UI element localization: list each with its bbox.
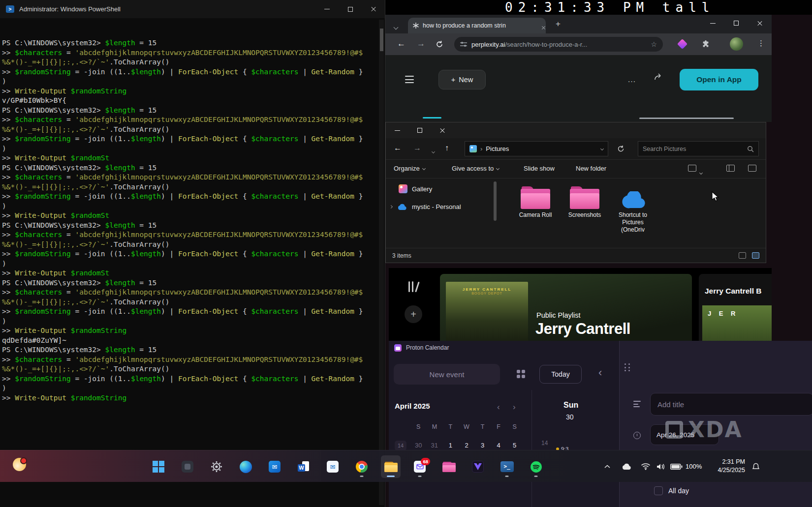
refresh-icon[interactable] (617, 145, 625, 152)
taskbar-file-explorer-icon[interactable] (381, 455, 401, 478)
sidebar-scrollbar[interactable] (494, 181, 497, 245)
sidebar-item-mystic-personal[interactable]: mystic - Personal (390, 203, 461, 210)
more-options-icon[interactable]: … (627, 75, 637, 85)
scrollbar[interactable] (379, 20, 384, 505)
breadcrumb-item[interactable]: Pictures (486, 145, 509, 152)
browser-tab[interactable]: how to produce a random strin (408, 18, 546, 33)
minimize-button[interactable] (386, 122, 408, 138)
maximize-button[interactable] (408, 122, 431, 138)
wifi-icon[interactable] (641, 450, 651, 482)
taskbar-powershell-icon[interactable]: >_ (497, 455, 517, 478)
menu-organize[interactable]: Organize (394, 165, 425, 172)
tab-search-icon[interactable] (394, 22, 398, 31)
maximize-button[interactable] (724, 15, 748, 31)
previous-week-icon[interactable]: ‹ (598, 366, 602, 379)
mini-day[interactable]: 5 (506, 441, 523, 450)
all-day-checkbox[interactable] (654, 486, 663, 495)
mini-day[interactable]: 31 (427, 441, 443, 450)
menu-new-folder[interactable]: New folder (576, 165, 606, 172)
address-bar[interactable]: perplexity.ai/search/how-to-produce-a-r.… (454, 37, 663, 52)
week-view-day-number[interactable]: 30 (566, 413, 574, 421)
minimize-button[interactable] (701, 15, 724, 31)
taskbar-start-icon[interactable] (149, 455, 168, 478)
notification-center-icon[interactable] (752, 450, 760, 482)
tray-clock[interactable]: 2:31 PM 4/25/2025 (710, 450, 745, 482)
powershell-titlebar[interactable]: > Administrator: Windows PowerShell (0, 0, 385, 18)
event-title-input[interactable]: Add title (650, 393, 812, 416)
profile-avatar[interactable] (730, 37, 743, 51)
mini-day[interactable]: 4 (491, 441, 507, 450)
maximize-button[interactable] (339, 0, 362, 18)
your-library-icon[interactable] (407, 279, 420, 292)
open-in-app-button[interactable]: Open in App (680, 69, 758, 90)
widgets-button[interactable] (13, 458, 30, 475)
new-thread-button[interactable]: + New (438, 70, 486, 89)
now-playing-title[interactable]: Jerry Cantrell B (699, 274, 772, 296)
mini-day[interactable]: 1 (442, 441, 459, 450)
taskbar-proton-vpn-icon[interactable] (468, 455, 488, 478)
bookmark-star-icon[interactable]: ☆ (651, 40, 657, 48)
taskbar-chrome-icon[interactable] (352, 455, 372, 478)
taskbar-outlook-icon[interactable]: ✉ (265, 455, 284, 478)
hamburger-menu-icon[interactable] (405, 76, 414, 86)
recent-locations-icon[interactable] (432, 147, 435, 156)
details-view-icon[interactable] (739, 252, 746, 259)
site-settings-icon[interactable] (460, 41, 467, 47)
file-item[interactable]: Shortcut to Pictures (OneDriv (609, 183, 656, 234)
tray-overflow-chevron[interactable] (604, 450, 610, 482)
extensions-puzzle-icon[interactable] (701, 40, 710, 49)
battery-indicator[interactable]: 100% (670, 450, 702, 482)
taskbar-settings-icon[interactable] (207, 455, 226, 478)
mini-next-icon[interactable]: › (513, 402, 516, 412)
mini-prev-icon[interactable]: ‹ (497, 402, 500, 412)
volume-icon[interactable] (656, 450, 665, 482)
scrollbar-thumb[interactable] (639, 118, 734, 119)
create-playlist-button[interactable]: + (405, 305, 422, 323)
mini-day[interactable]: 30 (410, 441, 427, 450)
reload-icon[interactable] (436, 40, 443, 48)
extension-diamond-icon[interactable] (677, 39, 687, 49)
forward-icon[interactable]: → (413, 144, 421, 152)
explorer-titlebar[interactable] (386, 122, 766, 138)
taskbar-task-view-icon[interactable] (178, 455, 197, 478)
taskbar-spotify-icon[interactable] (526, 455, 546, 478)
menu-slide-show[interactable]: Slide show (524, 165, 555, 172)
album-art[interactable]: JERRY CANTRELL BOGGY DEPOT (446, 282, 528, 347)
week-view-day-header[interactable]: Sun (563, 401, 578, 410)
onedrive-tray-icon[interactable] (621, 450, 632, 482)
taskbar-mail-icon[interactable]: ✉ (323, 455, 343, 478)
new-event-button[interactable]: New event (394, 364, 500, 385)
new-tab-button[interactable]: + (553, 19, 563, 30)
view-switcher-icon[interactable] (517, 370, 525, 378)
taskbar-pink-folder-icon[interactable] (439, 455, 459, 478)
minimize-button[interactable] (315, 0, 339, 18)
browser-menu-icon[interactable]: ⋮ (757, 39, 765, 48)
search-box[interactable]: Search Pictures (638, 141, 759, 156)
back-icon[interactable]: ← (397, 39, 406, 49)
file-item[interactable]: Screenshots (561, 183, 608, 219)
close-button[interactable] (748, 15, 772, 31)
mini-day[interactable]: 2 (459, 441, 475, 450)
share-icon[interactable] (654, 73, 663, 81)
file-item[interactable]: Camera Roll (512, 183, 559, 219)
back-icon[interactable]: ← (394, 144, 402, 152)
preview-pane-icon[interactable] (726, 165, 735, 172)
mini-day[interactable]: 3 (474, 441, 491, 450)
expand-chevron-icon[interactable] (389, 205, 393, 209)
forward-icon[interactable]: → (417, 39, 425, 49)
close-button[interactable] (362, 0, 385, 18)
drag-handle-icon[interactable] (625, 363, 630, 371)
taskbar-word-icon[interactable]: W (294, 455, 313, 478)
expand-ribbon-icon[interactable] (748, 165, 756, 172)
sidebar-item-gallery[interactable]: Gallery (399, 184, 432, 193)
up-icon[interactable]: ↑ (445, 144, 449, 152)
taskbar-proton-mail-icon[interactable]: 68 (410, 455, 430, 478)
breadcrumb[interactable]: › Pictures (465, 141, 608, 156)
today-button[interactable]: Today (539, 365, 582, 384)
close-button[interactable] (431, 122, 454, 138)
views-dropdown-icon[interactable] (700, 168, 702, 177)
thumbnails-view-icon[interactable] (752, 252, 759, 259)
taskbar-edge-icon[interactable] (236, 455, 255, 478)
address-dropdown-icon[interactable] (601, 145, 603, 152)
views-icon[interactable] (688, 165, 696, 172)
